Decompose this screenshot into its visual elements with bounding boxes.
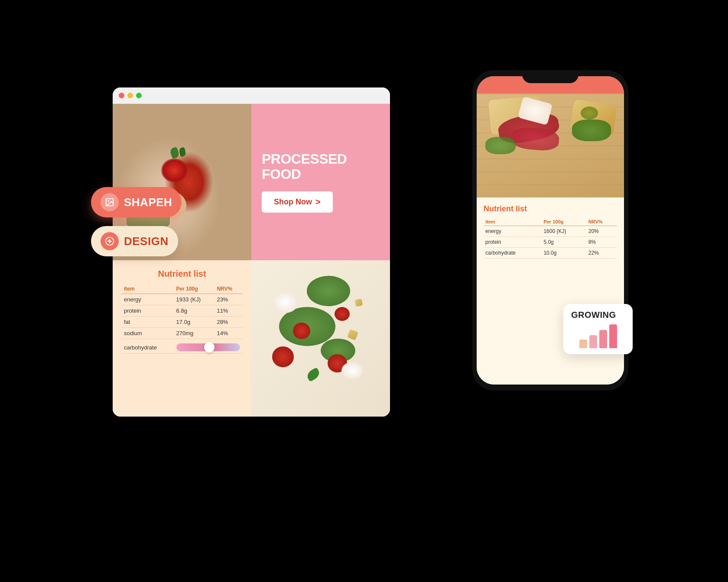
col-nrv: NRV%: [214, 284, 243, 294]
table-row: protein 6.8g 11%: [121, 305, 243, 317]
processed-food-title: PROCESSED FOOD: [262, 152, 380, 182]
salad-decoration: [251, 260, 390, 417]
nutrient-table: item Per 100g NRV% energy 1933 (KJ) 23% …: [121, 284, 243, 354]
phone-table-row: carbohydrate 10.0g 22%: [484, 248, 617, 259]
phone-row-nrv: 8%: [587, 237, 617, 248]
phone-table-row: energy 1600 (KJ) 20%: [484, 226, 617, 237]
cell-processed-food: PROCESSED FOOD Shop Now >: [251, 104, 390, 260]
phone-row-per100: 5.0g: [542, 237, 586, 248]
row-item: sodium: [121, 328, 174, 339]
shapeh-icon: [101, 193, 119, 211]
browser-titlebar: [113, 87, 390, 104]
bar-1: [579, 340, 587, 348]
shapeh-label: SHAPEH: [124, 196, 172, 209]
table-row-carbohydrate: carbohydrate: [121, 339, 243, 354]
growing-badge: GROWING: [563, 304, 633, 354]
nutrient-list-title: Nutrient list: [121, 269, 243, 279]
table-row: fat 17.0g 28%: [121, 317, 243, 328]
shop-now-label: Shop Now: [274, 197, 312, 207]
bar-chart: [579, 324, 617, 348]
row-nrv: 23%: [214, 294, 243, 305]
phone-table-row: protein 5.0g 8%: [484, 237, 617, 248]
design-icon: [101, 232, 119, 250]
traffic-light-red[interactable]: [119, 93, 124, 98]
phone-top-section: [477, 76, 624, 197]
progress-bar[interactable]: [176, 343, 240, 351]
svg-point-1: [107, 200, 109, 202]
badge-shapeh[interactable]: SHAPEH: [91, 187, 182, 217]
cell-salad-image: [251, 260, 390, 417]
phone-notch: [522, 70, 578, 83]
picture-icon: [105, 197, 114, 207]
row-per100: 1933 (KJ): [174, 294, 214, 305]
phone-bottom-section: Nutrient list item Per 100g NRV% energy …: [477, 197, 624, 385]
row-progress: [174, 339, 243, 354]
table-row: sodium 270mg 14%: [121, 328, 243, 339]
row-nrv: 11%: [214, 305, 243, 317]
phone-nutrient-title: Nutrient list: [484, 204, 617, 213]
phone-nutrient-table: item Per 100g NRV% energy 1600 (KJ) 20% …: [484, 218, 617, 259]
phone-row-nrv: 20%: [587, 226, 617, 237]
row-per100: 17.0g: [174, 317, 214, 328]
phone-row-nrv: 22%: [587, 248, 617, 259]
row-item: carbohydrate: [121, 339, 174, 354]
phone-col-item: item: [484, 218, 542, 226]
traffic-light-yellow[interactable]: [127, 93, 133, 98]
scene: PROCESSED FOOD Shop Now > Nutrient list …: [87, 53, 641, 529]
col-item: item: [121, 284, 174, 294]
row-item: protein: [121, 305, 174, 317]
browser-content: PROCESSED FOOD Shop Now > Nutrient list …: [113, 104, 390, 417]
row-nrv: 14%: [214, 328, 243, 339]
shop-now-arrow: >: [315, 197, 321, 207]
design-label: DESIGN: [124, 235, 169, 248]
phone-row-per100: 1600 (KJ): [542, 226, 586, 237]
phone-row-per100: 10.0g: [542, 248, 586, 259]
row-item: fat: [121, 317, 174, 328]
phone-food-image: [477, 94, 624, 197]
phone-row-item: protein: [484, 237, 542, 248]
row-per100: 270mg: [174, 328, 214, 339]
shop-now-button[interactable]: Shop Now >: [262, 191, 333, 213]
bar-2: [589, 335, 597, 348]
row-item: energy: [121, 294, 174, 305]
badge-design[interactable]: DESIGN: [91, 226, 178, 256]
phone-col-nrv: NRV%: [587, 218, 617, 226]
cell-nutrient-list: Nutrient list item Per 100g NRV% energy …: [113, 260, 251, 417]
table-row: energy 1933 (KJ) 23%: [121, 294, 243, 305]
traffic-light-green[interactable]: [136, 93, 142, 98]
phone-col-per100: Per 100g: [542, 218, 586, 226]
phone-table-header: item Per 100g NRV%: [484, 218, 617, 226]
row-nrv: 28%: [214, 317, 243, 328]
bar-4: [609, 324, 617, 348]
row-per100: 6.8g: [174, 305, 214, 317]
growing-label: GROWING: [571, 310, 616, 320]
progress-thumb[interactable]: [204, 342, 214, 352]
bar-3: [599, 330, 607, 348]
edit-icon: [105, 236, 114, 246]
phone-row-item: energy: [484, 226, 542, 237]
col-per100: Per 100g: [174, 284, 214, 294]
table-header-row: item Per 100g NRV%: [121, 284, 243, 294]
phone-row-item: carbohydrate: [484, 248, 542, 259]
